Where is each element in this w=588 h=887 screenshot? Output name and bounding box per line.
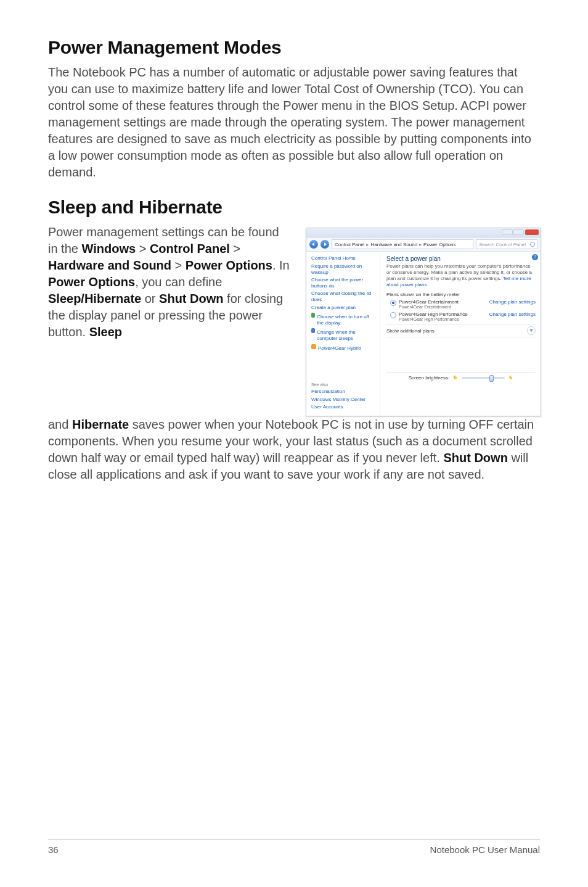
text: Show additional plans (386, 328, 435, 334)
figure-power-options: Control Panel ▸ Hardware and Sound ▸ Pow… (306, 228, 540, 416)
bold-power-options-2: Power Options (48, 275, 135, 289)
page-number: 36 (48, 844, 59, 855)
text: > (171, 258, 186, 272)
plan-name: Power4Gear High Performance (399, 311, 468, 317)
plan-row: Power4Gear Entertainment Power4Gear Ente… (386, 299, 536, 309)
paragraph-after: and Hibernate saves power when your Note… (48, 416, 540, 483)
window-titlebar (306, 228, 541, 237)
see-also-link[interactable]: User Accounts (311, 404, 376, 410)
see-also-link[interactable]: Windows Mobility Center (311, 397, 376, 403)
plan-row: Power4Gear High Performance Power4Gear H… (386, 311, 536, 321)
bold-control-panel: Control Panel (150, 242, 230, 255)
text: > (230, 242, 240, 255)
display-icon (311, 313, 315, 318)
slider-thumb[interactable] (489, 375, 494, 382)
pane-title: Select a power plan (386, 255, 536, 262)
sidebar-link[interactable]: Choose what closing the lid does (311, 291, 376, 302)
sun-dim-icon (453, 376, 458, 381)
radio-selected[interactable] (390, 300, 396, 306)
show-additional-plans[interactable]: Show additional plans (386, 324, 536, 337)
sidebar-link[interactable]: Require a password on wakeup (311, 263, 376, 275)
plan-group-label: Plans shown on the battery meter (386, 292, 536, 297)
see-also-header: See also (311, 382, 376, 387)
paragraph-path: Power management settings can be found i… (48, 224, 292, 340)
chevron-down-icon (527, 326, 536, 335)
bold-shut-down: Shut Down (159, 292, 223, 305)
plan-name: Power4Gear Entertainment (399, 299, 459, 305)
page-footer: 36 Notebook PC User Manual (48, 839, 540, 855)
bold-shut-down-2: Shut Down (443, 451, 507, 464)
change-plan-settings-link[interactable]: Change plan settings (489, 311, 536, 317)
text: , you can define (135, 275, 222, 289)
sidebar-home[interactable]: Control Panel Home (311, 255, 376, 261)
plan-sub: Power4Gear High Performance (399, 317, 468, 321)
text: and (48, 418, 72, 431)
breadcrumb[interactable]: Control Panel ▸ Hardware and Sound ▸ Pow… (332, 239, 473, 249)
chevron-right-icon: ▸ (419, 242, 422, 247)
search-input[interactable]: Search Control Panel (476, 239, 537, 249)
brightness-row: Screen brightness: (386, 372, 536, 382)
pane-description: Power plans can help you maximize your c… (386, 263, 536, 288)
text: > (136, 242, 150, 255)
power-options-window: Control Panel ▸ Hardware and Sound ▸ Pow… (306, 228, 541, 416)
minimize-icon[interactable] (502, 229, 513, 235)
footer-title: Notebook PC User Manual (430, 844, 540, 855)
paragraph-intro: The Notebook PC has a number of automati… (48, 64, 540, 181)
sun-bright-icon (508, 376, 513, 381)
sidebar-link[interactable]: Create a power plan (311, 305, 376, 311)
help-icon[interactable]: ? (532, 254, 538, 260)
heading-sleep-hibernate: Sleep and Hibernate (48, 197, 540, 218)
change-plan-settings-link[interactable]: Change plan settings (489, 299, 536, 305)
text: or (141, 292, 159, 305)
bold-sleep-hibernate: Sleep/Hibernate (48, 292, 141, 305)
brightness-label: Screen brightness: (409, 375, 450, 381)
main-pane: ? Select a power plan Power plans can he… (380, 252, 541, 416)
breadcrumb-item[interactable]: Hardware and Sound (370, 242, 417, 247)
heading-power-management: Power Management Modes (48, 37, 540, 58)
bold-power-options: Power Options (186, 258, 272, 272)
bold-hardware-sound: Hardware and Sound (48, 258, 171, 272)
breadcrumb-item[interactable]: Control Panel (335, 242, 364, 247)
plan-sub: Power4Gear Entertainment (399, 305, 459, 309)
sidebar-link[interactable]: Power4Gear Hybrid (318, 345, 361, 352)
bold-sleep: Sleep (89, 325, 122, 339)
text: . In (272, 258, 290, 272)
back-icon[interactable] (309, 240, 318, 249)
sidebar-link[interactable]: Choose what the power buttons do (311, 277, 376, 289)
chevron-right-icon: ▸ (366, 242, 369, 247)
bold-hibernate: Hibernate (72, 418, 129, 431)
maximize-icon[interactable] (513, 229, 524, 235)
forward-icon[interactable] (321, 240, 329, 249)
power4gear-icon (311, 344, 316, 349)
bold-windows: Windows (81, 242, 136, 255)
breadcrumb-item[interactable]: Power Options (423, 242, 455, 247)
see-also-link[interactable]: Personalization (311, 389, 376, 395)
brightness-slider[interactable] (462, 377, 505, 379)
address-bar: Control Panel ▸ Hardware and Sound ▸ Pow… (306, 237, 541, 252)
sidebar: Control Panel Home Require a password on… (306, 252, 380, 416)
sleep-icon (311, 328, 315, 333)
close-icon[interactable] (525, 229, 539, 235)
radio-unselected[interactable] (390, 312, 396, 318)
sidebar-link[interactable]: Choose when to turn off the display (317, 314, 376, 326)
sidebar-link[interactable]: Change when the computer sleeps (317, 329, 376, 341)
